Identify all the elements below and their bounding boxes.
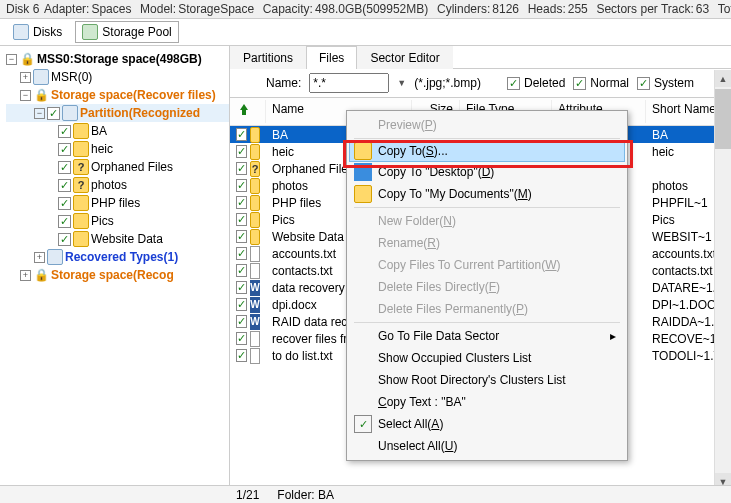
vertical-scrollbar[interactable]: ▲ ▼ ◀ ▶ <box>714 70 731 503</box>
folder-icon <box>250 144 260 160</box>
lock-icon <box>33 267 49 283</box>
doc-icon <box>250 246 260 262</box>
menu-new-folder[interactable]: New Folder(N) <box>350 210 624 232</box>
checkbox[interactable]: ✓ <box>236 230 247 243</box>
partition-icon <box>33 69 49 85</box>
checkbox[interactable]: ✓ <box>236 179 247 192</box>
menu-copy-to[interactable]: Copy To(S)... <box>349 140 625 162</box>
menu-copy-documents[interactable]: Copy To "My Documents"(M) <box>350 183 624 205</box>
disk-icon <box>13 24 29 40</box>
folder-icon <box>354 185 372 203</box>
tree-item-label: BA <box>91 124 107 138</box>
folder-icon <box>73 213 89 229</box>
word-icon <box>250 280 260 296</box>
pool-icon <box>82 24 98 40</box>
menu-copy-text[interactable]: Copy Text : "BA" <box>350 391 624 413</box>
menu-go-to-sector[interactable]: Go To File Data Sector▸ <box>350 325 624 347</box>
word-icon <box>250 314 260 330</box>
right-tabs: Partitions Files Sector Editor <box>230 46 731 69</box>
checkbox[interactable]: ✓ <box>58 179 71 192</box>
menu-show-occupied[interactable]: Show Occupied Clusters List <box>350 347 624 369</box>
menu-preview[interactable]: Preview(P) <box>350 114 624 136</box>
menu-delete-permanently[interactable]: Delete Files Permanently(P) <box>350 298 624 320</box>
folder-icon <box>250 195 260 211</box>
tree-item-label: heic <box>91 142 113 156</box>
tree-item-label: photos <box>91 178 127 192</box>
filter-hint: (*.jpg;*.bmp) <box>414 76 481 90</box>
checkbox[interactable]: ✓ <box>236 281 247 294</box>
deleted-checkbox[interactable]: ✓Deleted <box>507 76 565 90</box>
tree-item-label: Pics <box>91 214 114 228</box>
tree-folder[interactable]: ✓ Pics <box>6 212 229 230</box>
tab-files[interactable]: Files <box>306 46 357 69</box>
tree-folder[interactable]: ✓ PHP files <box>6 194 229 212</box>
tab-sector-editor[interactable]: Sector Editor <box>357 46 452 69</box>
folder-icon <box>73 123 89 139</box>
tree-folder[interactable]: ✓ Website Data <box>6 230 229 248</box>
desktop-icon <box>354 163 372 181</box>
submenu-arrow-icon: ▸ <box>610 329 616 343</box>
folder-icon <box>73 195 89 211</box>
system-checkbox[interactable]: ✓System <box>637 76 694 90</box>
checkbox[interactable]: ✓ <box>236 332 247 345</box>
checkbox[interactable]: ✓ <box>236 298 247 311</box>
folder-icon <box>73 231 89 247</box>
checkbox[interactable]: ✓ <box>236 128 247 141</box>
device-tree[interactable]: −MSS0:Storage space(498GB) +MSR(0) −Stor… <box>0 46 230 503</box>
name-filter-label: Name: <box>266 76 301 90</box>
checkbox[interactable]: ✓ <box>236 162 247 175</box>
doc-icon <box>250 263 260 279</box>
folder-icon <box>250 229 260 245</box>
tree-folder[interactable]: ✓ BA <box>6 122 229 140</box>
tree-item-label: Orphaned Files <box>91 160 173 174</box>
checkbox[interactable]: ✓ <box>58 125 71 138</box>
go-up-icon[interactable] <box>236 102 252 118</box>
checkbox[interactable]: ✓ <box>236 349 247 362</box>
menu-select-all[interactable]: ✓Select All(A) <box>350 413 624 435</box>
checkbox[interactable]: ✓ <box>236 145 247 158</box>
context-menu: Preview(P) Copy To(S)... Copy To "Deskto… <box>346 110 628 461</box>
checkbox[interactable]: ✓ <box>236 213 247 226</box>
name-filter-input[interactable] <box>309 73 389 93</box>
menu-show-root-clusters[interactable]: Show Root Directory's Clusters List <box>350 369 624 391</box>
menu-copy-desktop[interactable]: Copy To "Desktop"(D) <box>350 161 624 183</box>
folder-icon <box>73 159 89 175</box>
folder-icon <box>250 127 260 143</box>
checkbox[interactable]: ✓ <box>236 196 247 209</box>
menu-rename[interactable]: Rename (R) <box>350 232 624 254</box>
view-toolbar: Disks Storage Pool <box>0 19 731 46</box>
tree-folder[interactable]: ✓ Orphaned Files <box>6 158 229 176</box>
checkbox-icon: ✓ <box>354 415 372 433</box>
checkbox[interactable]: ✓ <box>58 143 71 156</box>
disk-info-bar: Disk 6 Adapter:Spaces Model:StorageSpace… <box>0 0 731 19</box>
menu-delete-directly[interactable]: Delete Files Directly(F) <box>350 276 624 298</box>
menu-copy-current-partition[interactable]: Copy Files To Current Partition(W) <box>350 254 624 276</box>
folder-icon <box>250 212 260 228</box>
folder-icon <box>354 142 372 160</box>
menu-unselect-all[interactable]: Unselect All(U) <box>350 435 624 457</box>
tree-item-label: PHP files <box>91 196 140 210</box>
disks-button[interactable]: Disks <box>6 21 69 43</box>
tree-item-label: Website Data <box>91 232 163 246</box>
folder-icon <box>73 177 89 193</box>
checkbox[interactable]: ✓ <box>236 264 247 277</box>
folder-q-icon <box>250 161 260 177</box>
checkbox[interactable]: ✓ <box>58 197 71 210</box>
doc-icon <box>250 348 260 364</box>
checkbox[interactable]: ✓ <box>236 247 247 260</box>
checkbox[interactable]: ✓ <box>58 161 71 174</box>
folder-icon <box>250 178 260 194</box>
checkbox[interactable]: ✓ <box>58 215 71 228</box>
checkbox[interactable]: ✓ <box>47 107 60 120</box>
storage-pool-button[interactable]: Storage Pool <box>75 21 178 43</box>
partition-icon <box>62 105 78 121</box>
tree-folder[interactable]: ✓ photos <box>6 176 229 194</box>
tab-partitions[interactable]: Partitions <box>230 46 306 69</box>
normal-checkbox[interactable]: ✓Normal <box>573 76 629 90</box>
checkbox[interactable]: ✓ <box>58 233 71 246</box>
lock-icon <box>19 51 35 67</box>
lock-icon <box>33 87 49 103</box>
tree-folder[interactable]: ✓ heic <box>6 140 229 158</box>
folder-icon <box>73 141 89 157</box>
checkbox[interactable]: ✓ <box>236 315 247 328</box>
